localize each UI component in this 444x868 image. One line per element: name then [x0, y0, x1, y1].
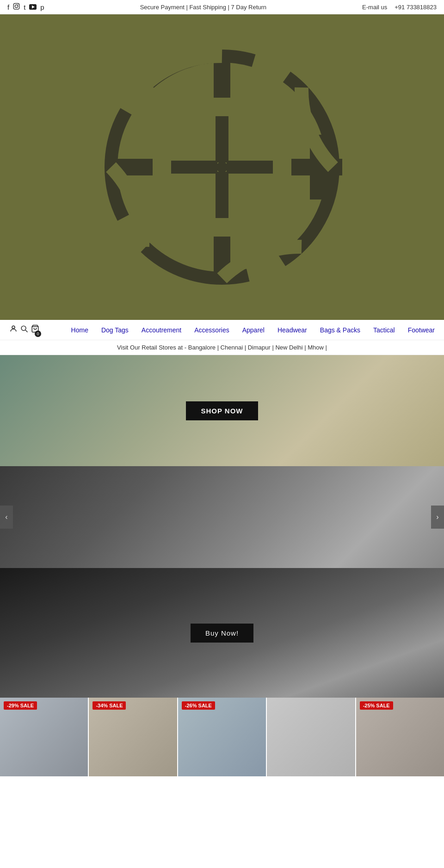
hero3-banner: Buy Now! — [0, 568, 444, 698]
nav-accoutrement[interactable]: Accoutrement — [142, 326, 181, 334]
social-icons: f t p — [7, 3, 44, 11]
product-image-4 — [267, 698, 355, 776]
twitter-icon[interactable]: t — [24, 3, 25, 11]
svg-rect-14 — [216, 172, 228, 218]
search-icon[interactable] — [20, 325, 28, 335]
nav-bags-packs[interactable]: Bags & Packs — [320, 326, 360, 334]
top-bar: f t p Secure Payment | Fast Shipping | 7… — [0, 0, 444, 14]
product-row: -29% SALE -34% SALE -26% SALE -25% SALE — [0, 698, 444, 776]
slider-section: ‹ › — [0, 466, 444, 568]
nav-apparel[interactable]: Apparel — [242, 326, 265, 334]
svg-rect-13 — [216, 116, 228, 162]
nav-links: Home Dog Tags Accoutrement Accessories A… — [71, 326, 435, 334]
topbar-center-text: Secure Payment | Fast Shipping | 7 Day R… — [140, 4, 266, 11]
sale-badge-1: -29% SALE — [4, 701, 37, 710]
product-card-3[interactable]: -26% SALE — [178, 698, 267, 776]
svg-rect-11 — [171, 161, 217, 174]
navbar: 0 Home Dog Tags Accoutrement Accessories… — [0, 320, 444, 340]
instagram-icon[interactable] — [13, 3, 20, 11]
sale-badge-2: -34% SALE — [92, 701, 126, 710]
facebook-icon[interactable]: f — [7, 3, 9, 11]
sale-badge-5: -25% SALE — [360, 701, 393, 710]
pinterest-icon[interactable]: p — [40, 3, 44, 11]
slider-next-button[interactable]: › — [431, 506, 444, 529]
nav-accessories[interactable]: Accessories — [194, 326, 229, 334]
nav-left-icons: 0 — [9, 325, 39, 335]
user-icon[interactable] — [9, 325, 18, 335]
svg-point-17 — [21, 326, 26, 331]
svg-line-18 — [25, 330, 28, 332]
shop-now-button[interactable]: SHOP NOW — [186, 401, 258, 420]
product-card-5[interactable]: -25% SALE — [356, 698, 444, 776]
nav-footwear[interactable]: Footwear — [408, 326, 435, 334]
svg-point-15 — [216, 162, 228, 173]
email-label[interactable]: E-mail us — [362, 4, 387, 11]
hero2-banner: SHOP NOW — [0, 355, 444, 466]
product-card-2[interactable]: -34% SALE — [89, 698, 178, 776]
hero-banner — [0, 14, 444, 320]
svg-rect-12 — [227, 161, 273, 174]
phone-number: +91 733818823 — [395, 4, 437, 11]
crosshair-logo — [88, 33, 356, 301]
nav-dog-tags[interactable]: Dog Tags — [101, 326, 129, 334]
svg-rect-0 — [13, 3, 19, 9]
youtube-icon[interactable] — [29, 3, 37, 11]
svg-point-16 — [12, 326, 15, 329]
nav-home[interactable]: Home — [71, 326, 88, 334]
product-card-1[interactable]: -29% SALE — [0, 698, 89, 776]
svg-point-2 — [18, 4, 18, 5]
store-banner: Visit Our Retail Stores at - Bangalore |… — [0, 340, 444, 355]
sale-badge-3: -26% SALE — [182, 701, 215, 710]
buy-now-button[interactable]: Buy Now! — [191, 624, 253, 643]
topbar-right: E-mail us +91 733818823 — [362, 4, 437, 11]
svg-point-1 — [15, 5, 18, 7]
cart-icon[interactable]: 0 — [31, 325, 39, 335]
slider-prev-button[interactable]: ‹ — [0, 506, 13, 529]
nav-tactical[interactable]: Tactical — [373, 326, 395, 334]
product-card-4[interactable] — [267, 698, 356, 776]
nav-headwear[interactable]: Headwear — [278, 326, 307, 334]
